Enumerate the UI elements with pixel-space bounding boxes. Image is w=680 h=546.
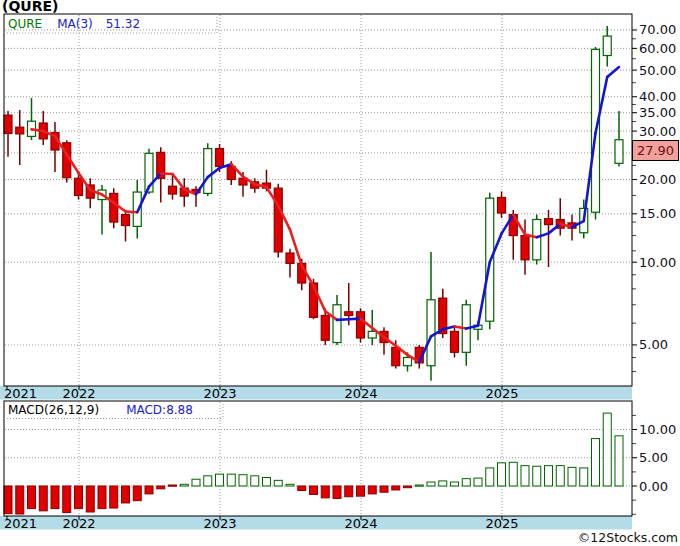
macd-bar-positive <box>474 478 482 486</box>
ma-line-segment <box>32 129 44 131</box>
macd-bar-positive <box>192 479 200 486</box>
macd-bar-negative <box>368 486 376 494</box>
macd-bar-positive <box>615 436 623 486</box>
year-label: 2023 <box>203 516 236 531</box>
macd-value-label: MACD:8.88 <box>126 403 193 417</box>
macd-bar-negative <box>63 486 71 513</box>
macd-bar-negative <box>404 486 412 488</box>
candle-down <box>4 115 12 133</box>
macd-bar-negative <box>380 486 388 492</box>
candle-down <box>545 219 553 225</box>
legend-ma-value: 51.32 <box>106 17 140 31</box>
price-axis-label: 5.00 <box>639 337 668 352</box>
macd-bar-negative <box>157 486 165 489</box>
macd-bar-negative <box>28 486 36 509</box>
price-axis-label: 50.00 <box>639 63 676 78</box>
candle-down <box>216 149 224 167</box>
candle-down <box>321 315 329 340</box>
page-title: (QURE) <box>2 0 58 14</box>
macd-bar-positive <box>568 467 576 486</box>
macd-bar-negative <box>75 486 83 509</box>
macd-bar-positive <box>274 480 282 486</box>
legend-ma-label: MA(3) <box>57 17 93 31</box>
macd-bar-negative <box>122 486 130 503</box>
candle-up <box>533 220 541 260</box>
macd-bar-negative <box>345 486 353 497</box>
macd-bar-negative <box>110 486 118 508</box>
price-chart-legend: QUREMA(3)51.32 <box>8 17 140 31</box>
year-label: 2021 <box>4 516 37 531</box>
price-axis-label: 15.00 <box>639 206 676 221</box>
legend-symbol: QURE <box>8 17 42 31</box>
candle-down <box>345 312 353 316</box>
macd-bar-negative <box>145 486 153 494</box>
ma-line-segment <box>607 67 619 77</box>
price-axis-label: 60.00 <box>639 41 676 56</box>
macd-bar-negative <box>357 486 365 496</box>
macd-bar-negative <box>39 486 47 511</box>
macd-bar-positive <box>239 475 247 486</box>
macd-axis-label: 0.00 <box>639 479 668 494</box>
macd-bar-negative <box>51 486 59 509</box>
macd-bar-positive <box>592 439 600 486</box>
candle-up <box>404 357 412 365</box>
year-label: 2022 <box>62 386 95 401</box>
candle-up <box>368 331 376 338</box>
macd-bar-positive <box>286 484 294 486</box>
candle-up <box>615 140 623 164</box>
candle-down <box>357 312 365 338</box>
macd-params-label: MACD(26,12,9) <box>8 403 99 417</box>
macd-bar-positive <box>439 481 447 486</box>
candle-up <box>204 149 212 194</box>
candle-down <box>274 188 282 252</box>
year-label: 2025 <box>485 516 518 531</box>
macd-bar-negative <box>98 486 106 509</box>
candle-down <box>110 193 118 222</box>
year-label: 2022 <box>62 516 95 531</box>
macd-bar-positive <box>498 463 506 486</box>
candle-up <box>603 36 611 55</box>
macd-bar-negative <box>133 486 141 501</box>
macd-bar-negative <box>310 486 318 494</box>
macd-bar-negative <box>16 486 24 514</box>
candle-down <box>451 331 459 352</box>
ma-line-segment <box>126 211 138 212</box>
candle-down <box>286 253 294 263</box>
candle-down <box>122 215 130 226</box>
ma-line-segment <box>337 319 349 320</box>
macd-bar-negative <box>86 486 94 512</box>
macd-bar-positive <box>556 466 564 486</box>
ma-line-segment <box>161 173 173 174</box>
macd-bar-negative <box>4 486 12 514</box>
macd-bar-negative <box>321 486 329 498</box>
year-label: 2024 <box>344 516 377 531</box>
macd-axis-label: 10.00 <box>639 422 676 437</box>
ma-line-segment <box>349 319 361 320</box>
year-label: 2021 <box>4 386 37 401</box>
macd-bar-positive <box>180 484 188 486</box>
price-axis-label: 70.00 <box>639 22 676 37</box>
last-price-badge: 27.90 <box>632 140 679 161</box>
year-label: 2025 <box>485 386 518 401</box>
candle-up <box>333 305 341 343</box>
copyright-watermark[interactable]: ©12Stocks.com <box>578 530 678 545</box>
macd-bar-positive <box>509 462 517 486</box>
candle-down <box>392 347 400 365</box>
macd-bar-negative <box>392 486 400 490</box>
year-label: 2023 <box>203 386 236 401</box>
macd-bar-positive <box>216 474 224 486</box>
macd-bar-positive <box>580 468 588 486</box>
year-label: 2024 <box>344 386 377 401</box>
candle-down <box>16 127 24 134</box>
candle-down <box>169 186 177 194</box>
macd-bar-positive <box>462 479 470 486</box>
macd-bar-positive <box>204 476 212 486</box>
candle-down <box>498 197 506 213</box>
price-axis-label: 30.00 <box>639 124 676 139</box>
macd-bar-positive <box>263 478 271 486</box>
price-axis-label: 20.00 <box>639 172 676 187</box>
candle-down <box>521 236 529 260</box>
macd-axis-label: 5.00 <box>639 450 668 465</box>
macd-bar-positive <box>227 474 235 486</box>
macd-bar-positive <box>603 413 611 486</box>
